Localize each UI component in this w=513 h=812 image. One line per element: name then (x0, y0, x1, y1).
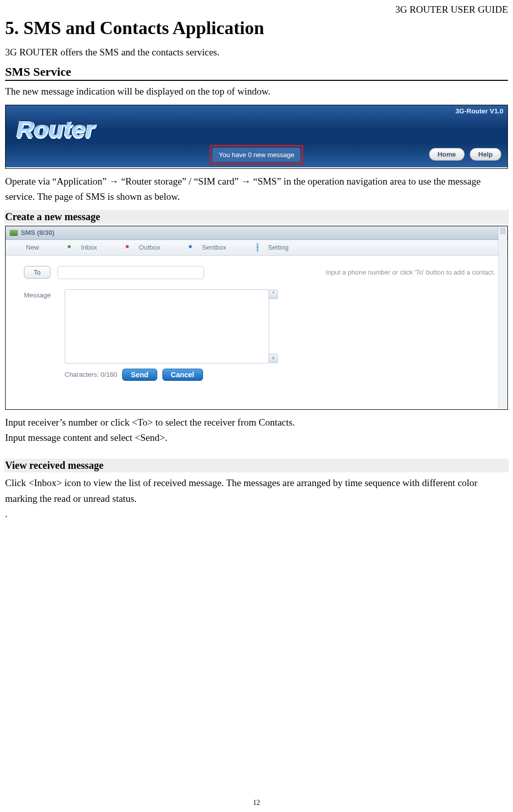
tab-new[interactable]: New (15, 244, 39, 252)
tab-inbox[interactable]: Inbox (70, 244, 97, 252)
inbox-icon (70, 244, 78, 252)
pencil-icon (15, 244, 23, 252)
home-button[interactable]: Home (429, 148, 465, 161)
character-count: Characters: 0/160 (65, 371, 117, 378)
doc-header: 3G ROUTER USER GUIDE (5, 0, 508, 15)
sms-window-titlebar: SMS (8/30) (6, 226, 507, 240)
scrollbar[interactable] (498, 227, 507, 409)
send-button[interactable]: Send (122, 369, 157, 381)
to-button[interactable]: To (24, 266, 50, 279)
tab-new-label: New (26, 244, 39, 251)
tab-sentbox-label: Sentbox (202, 244, 226, 251)
page-number: 12 (0, 799, 513, 807)
outbox-icon (128, 244, 136, 252)
new-message-highlight: You have 0 new message (210, 145, 303, 165)
intro-paragraph: 3G ROUTER offers the SMS and the contact… (5, 45, 508, 60)
tab-setting-label: Setting (268, 244, 288, 251)
view-received-heading: View received message (4, 459, 509, 472)
view-received-para: Click <Inbox> icon to view the list of r… (5, 475, 508, 506)
scroll-down-icon[interactable]: v (269, 354, 278, 363)
cancel-button[interactable]: Cancel (162, 369, 203, 381)
tab-inbox-label: Inbox (81, 244, 97, 251)
router-banner-screenshot: Router 3G-Router V1.0 You have 0 new mes… (5, 105, 508, 169)
sms-service-desc: The new message indication will be displ… (5, 84, 508, 99)
sms-compose-screenshot: SMS (8/30) New Inbox Outbox Sentbox (5, 226, 508, 410)
sms-window-title: SMS (8/30) (21, 229, 54, 236)
message-label: Message (24, 289, 54, 364)
sentbox-icon (191, 244, 199, 252)
version-label: 3G-Router V1.0 (455, 107, 503, 115)
help-button[interactable]: Help (470, 148, 501, 161)
tab-outbox-label: Outbox (139, 244, 160, 251)
input-receiver-line: Input receiver’s number or click <To> to… (5, 415, 508, 430)
recipient-hint: Input a phone number or click 'To' butto… (326, 268, 495, 276)
operate-instruction: Operate via “Application” → “Router stor… (5, 174, 508, 205)
message-textarea[interactable]: ^ v (65, 289, 269, 364)
new-message-notice[interactable]: You have 0 new message (212, 147, 301, 162)
scroll-up-icon[interactable]: ^ (269, 290, 278, 299)
trailing-dot: . (5, 506, 508, 522)
gear-icon (256, 244, 265, 252)
router-logo: Router (17, 115, 95, 143)
tab-outbox[interactable]: Outbox (128, 244, 160, 252)
tab-sentbox[interactable]: Sentbox (191, 244, 226, 252)
input-content-line: Input message content and select <Send>. (5, 430, 508, 445)
recipient-input[interactable] (58, 266, 204, 279)
mail-icon (10, 230, 18, 236)
tab-setting[interactable]: Setting (256, 244, 288, 252)
chapter-title: 5. SMS and Contacts Application (5, 17, 508, 39)
section-sms-service: SMS Service (5, 65, 508, 81)
create-message-heading: Create a new message (4, 210, 509, 224)
sms-tabs-row: New Inbox Outbox Sentbox Setting (6, 240, 507, 256)
